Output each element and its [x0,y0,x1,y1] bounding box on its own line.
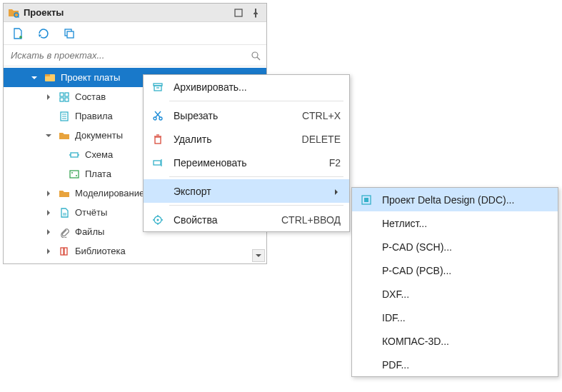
svg-rect-11 [60,98,64,101]
submenu-item-kompas[interactable]: КОМПАС-3D... [352,329,558,353]
svg-point-5 [252,52,258,58]
submenu-item-netlist[interactable]: Нетлист... [352,211,558,235]
svg-point-31 [159,117,162,120]
submenu-item-pcad-sch[interactable]: P-CAD (SCH)... [352,235,558,258]
new-document-button[interactable] [11,26,25,41]
svg-rect-9 [60,93,64,96]
submenu-label: P-CAD (SCH)... [376,241,552,253]
collapse-all-button[interactable] [62,26,76,41]
scroll-down-button[interactable] [252,249,265,262]
menu-shortcut: CTRL+ВВОД [281,214,343,226]
submenu-label: КОМПАС-3D... [376,336,552,347]
submenu-label: Проект Delta Design (DDC)... [376,194,552,206]
rename-icon [149,157,166,169]
panel-title: Проекты [24,7,228,18]
menu-label: Свойства [168,214,280,226]
menu-item-delete[interactable]: Удалить DELETE [144,127,349,151]
svg-line-6 [257,57,260,60]
menu-label: Экспорт [168,186,332,197]
folder-icon [58,129,71,142]
panel-icon [8,7,19,19]
submenu-item-dxf[interactable]: DXF... [352,282,558,306]
archive-icon [149,81,166,93]
menu-separator [169,205,343,206]
properties-icon [149,214,166,226]
menu-item-rename[interactable]: Переименовать F2 [144,151,349,174]
search-input[interactable] [4,45,266,66]
chevron-down-icon[interactable] [29,73,39,83]
submenu-item-idf[interactable]: IDF... [352,306,558,329]
svg-rect-2 [235,9,242,16]
menu-label: Архивировать... [168,81,343,93]
tree-label: Библиотека [75,246,261,256]
search-row [4,45,266,66]
menu-label: Переименовать [168,157,328,169]
chevron-down-icon[interactable] [44,131,54,141]
svg-rect-4 [67,31,74,38]
svg-rect-34 [155,137,161,144]
submenu-label: PDF... [376,359,552,371]
submenu-label: DXF... [376,288,552,300]
pin-button[interactable] [249,6,262,19]
submenu-arrow-icon [333,186,343,197]
menu-label: Удалить [168,134,301,145]
chevron-right-icon[interactable] [44,208,54,218]
svg-rect-26 [64,248,67,255]
menu-separator [169,101,343,101]
submenu-item-pdf[interactable]: PDF... [352,353,558,376]
menu-shortcut: DELETE [302,134,343,145]
svg-line-1 [18,16,19,18]
board-icon [68,168,81,181]
cut-icon [149,110,166,121]
menu-label: Вырезать [168,110,301,121]
menu-shortcut: F2 [329,157,343,169]
menu-item-properties[interactable]: Свойства CTRL+ВВОД [144,208,349,231]
submenu-item-pcad-pcb[interactable]: P-CAD (PCB)... [352,258,558,282]
svg-rect-10 [65,93,69,96]
panel-titlebar: Проекты [4,4,266,22]
menu-item-cut[interactable]: Вырезать CTRL+X [144,104,349,127]
submenu-label: IDF... [376,312,552,323]
svg-rect-37 [154,161,161,165]
svg-rect-8 [45,74,50,76]
svg-rect-46 [364,198,368,202]
submenu-label: P-CAD (PCB)... [376,265,552,276]
chevron-right-icon[interactable] [44,227,54,237]
chevron-right-icon[interactable] [44,246,54,256]
ddc-icon [358,194,375,206]
tree-item-library[interactable]: Библиотека [4,241,266,261]
folder-icon [58,187,71,200]
menu-item-export[interactable]: Экспорт [144,179,349,203]
maximize-button[interactable] [232,6,245,19]
svg-point-40 [157,218,159,221]
search-icon [251,51,261,61]
reports-icon [58,206,71,219]
library-icon [58,245,71,258]
chevron-right-icon[interactable] [44,92,54,102]
schematic-icon [68,149,81,161]
svg-point-21 [71,172,73,174]
svg-rect-20 [70,171,79,178]
submenu-label: Нетлист... [376,218,552,229]
context-menu: Архивировать... Вырезать CTRL+X Удалить … [143,74,350,232]
rules-icon [58,110,71,123]
submenu-item-ddc[interactable]: Проект Delta Design (DDC)... [352,188,558,211]
svg-point-22 [76,175,77,176]
svg-line-32 [156,111,161,117]
delete-icon [149,134,166,145]
panel-toolbar [4,22,266,45]
chevron-right-icon[interactable] [44,189,54,198]
svg-rect-25 [61,248,64,255]
svg-rect-17 [71,153,78,157]
menu-shortcut: CTRL+X [302,110,343,121]
project-icon [44,71,56,84]
svg-point-30 [154,117,156,120]
svg-rect-12 [65,98,69,101]
menu-separator [169,176,343,177]
refresh-button[interactable] [36,26,51,41]
menu-item-archive[interactable]: Архивировать... [144,75,349,99]
attachment-icon [58,226,71,238]
export-submenu: Проект Delta Design (DDC)... Нетлист... … [351,187,558,377]
composition-icon [58,91,71,104]
svg-line-33 [155,111,160,117]
